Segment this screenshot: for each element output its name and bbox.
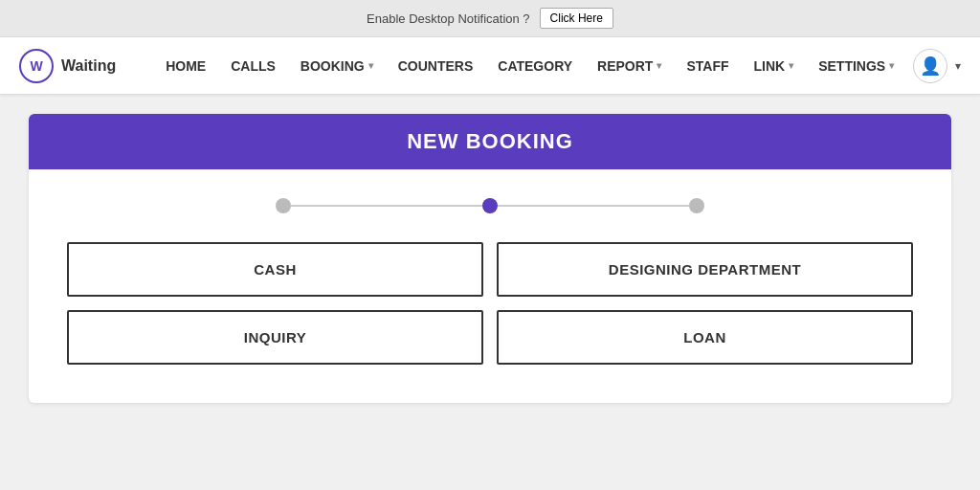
nav-item-staff[interactable]: STAFF bbox=[675, 51, 740, 81]
option-designing-department-button[interactable]: DESIGNING DEPARTMENT bbox=[497, 242, 913, 297]
nav-item-link[interactable]: LINK ▾ bbox=[743, 51, 806, 81]
booking-title: NEW BOOKING bbox=[48, 129, 932, 154]
option-inquiry-button[interactable]: INQUIRY bbox=[67, 310, 483, 365]
chevron-down-icon: ▾ bbox=[889, 60, 894, 71]
nav-item-calls[interactable]: CALLS bbox=[219, 51, 287, 81]
brand-logo-area[interactable]: W Waiting bbox=[19, 49, 116, 83]
nav-links: HOME CALLS BOOKING ▾ COUNTERS CATEGORY R… bbox=[154, 51, 913, 81]
main-content: NEW BOOKING CASH DESIGNING DEPARTMENT IN… bbox=[0, 95, 980, 422]
nav-item-counters[interactable]: COUNTERS bbox=[387, 51, 485, 81]
brand-name: Waiting bbox=[61, 57, 116, 75]
notification-bar: Enable Desktop Notification ? Click Here bbox=[0, 0, 980, 37]
brand-icon: W bbox=[19, 49, 54, 83]
progress-steps bbox=[67, 198, 913, 213]
options-grid: CASH DESIGNING DEPARTMENT INQUIRY LOAN bbox=[67, 242, 913, 365]
chevron-down-icon: ▾ bbox=[368, 60, 373, 71]
navbar: W Waiting HOME CALLS BOOKING ▾ COUNTERS … bbox=[0, 37, 980, 95]
step-1-dot bbox=[276, 198, 291, 213]
nav-item-category[interactable]: CATEGORY bbox=[486, 51, 584, 81]
card-header: NEW BOOKING bbox=[29, 114, 951, 169]
nav-item-booking[interactable]: BOOKING ▾ bbox=[289, 51, 385, 81]
nav-item-report[interactable]: REPORT ▾ bbox=[586, 51, 673, 81]
chevron-down-icon: ▾ bbox=[789, 60, 793, 71]
nav-right: 👤 ▾ bbox=[913, 49, 961, 83]
nav-item-settings[interactable]: SETTINGS ▾ bbox=[807, 51, 905, 81]
option-cash-button[interactable]: CASH bbox=[67, 242, 483, 297]
click-here-button[interactable]: Click Here bbox=[540, 8, 613, 29]
step-line-1 bbox=[291, 205, 482, 207]
step-3-dot bbox=[689, 198, 704, 213]
booking-card: NEW BOOKING CASH DESIGNING DEPARTMENT IN… bbox=[29, 114, 951, 403]
chevron-down-icon: ▾ bbox=[657, 60, 661, 71]
step-line-2 bbox=[498, 205, 689, 207]
notification-text: Enable Desktop Notification ? bbox=[367, 11, 530, 26]
option-loan-button[interactable]: LOAN bbox=[497, 310, 913, 365]
nav-item-home[interactable]: HOME bbox=[154, 51, 217, 81]
step-2-dot bbox=[482, 198, 498, 213]
person-icon: 👤 bbox=[920, 56, 941, 77]
avatar[interactable]: 👤 bbox=[913, 49, 947, 83]
card-body: CASH DESIGNING DEPARTMENT INQUIRY LOAN bbox=[29, 169, 951, 403]
profile-dropdown-arrow[interactable]: ▾ bbox=[955, 59, 961, 73]
